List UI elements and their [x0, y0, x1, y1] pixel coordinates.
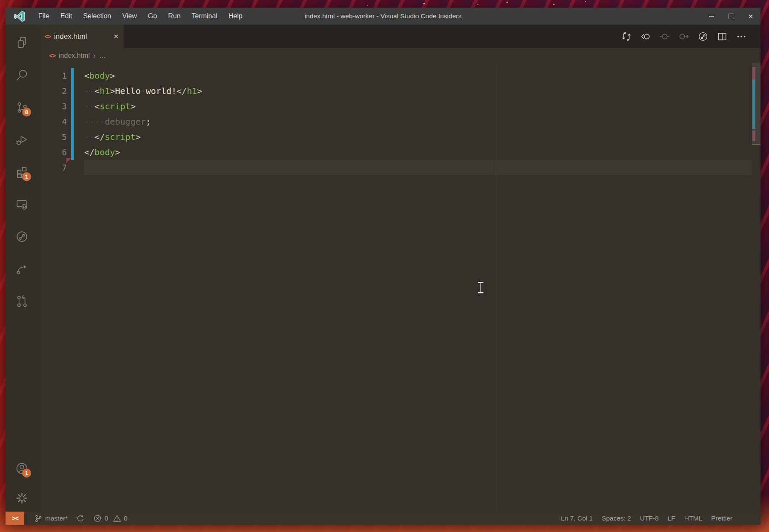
- line-number: 5: [38, 129, 67, 145]
- activity-remote-explorer[interactable]: [6, 188, 38, 220]
- editor-actions: [621, 25, 760, 48]
- activity-github-pull-requests[interactable]: [6, 285, 38, 317]
- menu-edit[interactable]: Edit: [55, 8, 78, 25]
- activity-explorer[interactable]: [6, 26, 38, 59]
- code-line-3[interactable]: 3··<script>: [38, 99, 752, 114]
- status-cursor-position[interactable]: Ln 7, Col 1: [561, 515, 593, 522]
- code-line-2[interactable]: 2··<h1>Hello·world!</h1>: [38, 83, 752, 99]
- status-encoding[interactable]: UTF-8: [640, 515, 659, 522]
- menu-terminal[interactable]: Terminal: [186, 8, 223, 25]
- status-indentation[interactable]: Spaces: 2: [602, 515, 631, 522]
- menu-go[interactable]: Go: [143, 8, 163, 25]
- star-speckle: [553, 4, 555, 5]
- status-eol[interactable]: LF: [668, 515, 675, 522]
- breadcrumb[interactable]: <> index.html › …: [38, 48, 760, 63]
- overview-decoration: [752, 131, 755, 141]
- minimize-icon: [709, 16, 714, 17]
- code-line-6[interactable]: 6</body>: [38, 145, 752, 160]
- minimize-button[interactable]: [702, 8, 721, 25]
- problems-status[interactable]: 0 0: [93, 514, 127, 523]
- vscode-window: FileEditSelectionViewGoRunTerminalHelp i…: [6, 8, 760, 525]
- git-branch-icon: [34, 514, 43, 523]
- open-changes-icon[interactable]: [621, 31, 632, 42]
- tab-close-icon[interactable]: ✕: [113, 33, 119, 40]
- more-actions-icon[interactable]: [736, 31, 747, 42]
- remote-explorer-icon: [15, 197, 29, 211]
- tab-index-html[interactable]: <> index.html ✕: [38, 25, 124, 48]
- activity-git-graph[interactable]: [6, 220, 38, 253]
- activity-settings[interactable]: [6, 484, 38, 512]
- status-formatter[interactable]: Prettier: [711, 515, 732, 522]
- activity-extensions[interactable]: 1: [6, 156, 38, 188]
- warning-icon: [113, 514, 121, 523]
- warning-count: 0: [124, 515, 128, 522]
- chevron-right-icon: ›: [93, 52, 96, 60]
- sync-icon: [76, 514, 85, 523]
- code-line-1[interactable]: 1<body>: [38, 68, 752, 83]
- git-circle-icon: [15, 230, 29, 244]
- code-line-5[interactable]: 5··</script>: [38, 129, 752, 145]
- pull-request-icon: [15, 294, 29, 308]
- previous-change-icon[interactable]: [640, 31, 651, 42]
- menu-file[interactable]: File: [33, 8, 55, 25]
- file-history-icon[interactable]: [698, 31, 709, 42]
- status-language[interactable]: HTML: [684, 515, 702, 522]
- split-editor-icon[interactable]: [717, 31, 728, 42]
- remote-indicator[interactable]: ><: [6, 512, 24, 525]
- maximize-button[interactable]: [721, 8, 741, 25]
- sync-status[interactable]: [76, 514, 85, 523]
- branch-status[interactable]: master*: [34, 514, 68, 523]
- activity-search[interactable]: [6, 59, 38, 91]
- breadcrumb-symbol[interactable]: …: [99, 52, 106, 60]
- mouse-ibeam-cursor: [478, 282, 483, 294]
- badge-source-control: 8: [22, 108, 31, 117]
- menu-bar: FileEditSelectionViewGoRunTerminalHelp: [33, 8, 248, 25]
- code-line-4[interactable]: 4····debugger;: [38, 114, 752, 129]
- gear-icon: [15, 491, 29, 505]
- activity-run-and-debug[interactable]: [6, 123, 38, 156]
- line-text: </body>: [84, 145, 120, 160]
- files-icon: [15, 36, 29, 50]
- tab-bar: <> index.html ✕: [38, 25, 760, 48]
- line-number: 2: [38, 83, 67, 99]
- vertical-scrollbar[interactable]: [752, 63, 760, 512]
- line-number: 4: [38, 114, 67, 129]
- activity-accounts[interactable]: 1: [6, 452, 38, 484]
- activity-live-share[interactable]: [6, 253, 38, 285]
- overview-decoration: [752, 80, 755, 129]
- line-number: 6: [38, 145, 67, 160]
- search-icon: [15, 68, 29, 82]
- next-change-icon: [678, 31, 689, 42]
- share-arrow-icon: [15, 262, 29, 276]
- line-text: <body>: [84, 68, 115, 83]
- code-pane: 1<body>2··<h1>Hello·world!</h1>3··<scrip…: [38, 68, 752, 175]
- code-line-7[interactable]: 7: [38, 160, 752, 175]
- code-editor[interactable]: 1<body>2··<h1>Hello·world!</h1>3··<scrip…: [38, 63, 760, 512]
- column-ruler: [496, 63, 496, 512]
- menu-view[interactable]: View: [117, 8, 142, 25]
- line-number: 1: [38, 68, 67, 83]
- star-speckle: [367, 5, 368, 6]
- line-text: ··<h1>Hello·world!</h1>: [84, 83, 202, 99]
- breadcrumb-file[interactable]: index.html: [59, 52, 90, 60]
- title-bar[interactable]: FileEditSelectionViewGoRunTerminalHelp i…: [6, 8, 760, 25]
- activity-source-control[interactable]: 8: [6, 91, 38, 123]
- star-speckle: [506, 2, 508, 3]
- run-debug-icon: [15, 133, 29, 147]
- close-button[interactable]: ✕: [741, 8, 760, 25]
- vscode-insiders-logo-icon: [6, 11, 33, 22]
- menu-help[interactable]: Help: [223, 8, 248, 25]
- error-count: 0: [104, 515, 108, 522]
- badge-accounts: 1: [22, 469, 31, 478]
- activity-bar-spacer: [6, 317, 38, 452]
- menu-selection[interactable]: Selection: [77, 8, 117, 25]
- line-number: 3: [38, 99, 67, 114]
- line-text: ····debugger;: [84, 114, 151, 129]
- maximize-icon: [729, 14, 734, 19]
- star-speckle: [585, 1, 586, 2]
- line-text: ··<script>: [84, 99, 135, 114]
- menu-run[interactable]: Run: [163, 8, 186, 25]
- status-bar: >< master* 0: [6, 512, 760, 525]
- window-controls: ✕: [702, 8, 760, 25]
- current-change-icon: [659, 31, 670, 42]
